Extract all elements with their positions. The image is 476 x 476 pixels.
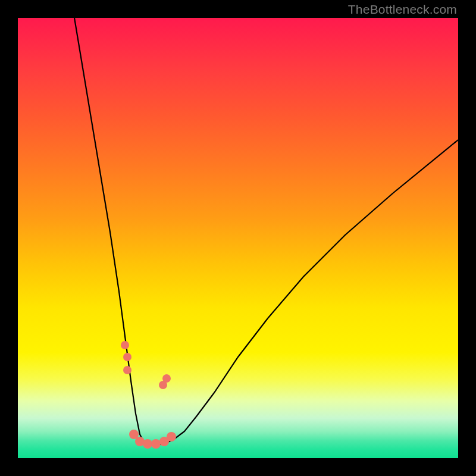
plot-area xyxy=(18,18,458,458)
marker-dot xyxy=(123,353,131,361)
marker-dot xyxy=(121,341,129,349)
watermark-text: TheBottleneck.com xyxy=(348,2,457,17)
curve-svg xyxy=(18,18,458,458)
marker-dot xyxy=(151,439,161,449)
marker-dot xyxy=(123,366,131,374)
bottleneck-curve xyxy=(74,18,458,445)
marker-dot xyxy=(162,374,171,383)
chart-container: TheBottleneck.com xyxy=(0,0,476,476)
marker-dot xyxy=(143,439,152,449)
highlight-markers xyxy=(121,341,176,449)
marker-dot xyxy=(167,432,176,441)
